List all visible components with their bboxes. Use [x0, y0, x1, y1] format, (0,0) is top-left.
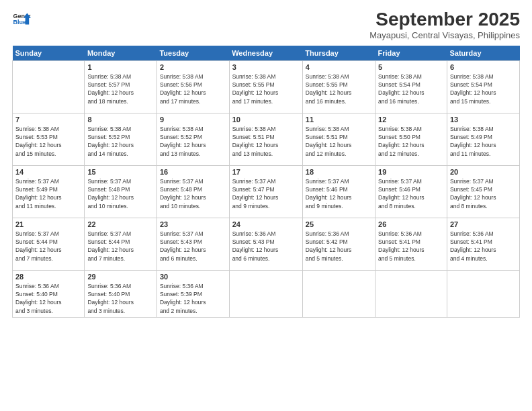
day-number: 21 [15, 220, 81, 228]
header: General Blue September 2025 Mayapusi, Ce… [12, 9, 520, 40]
day-number: 23 [160, 220, 226, 228]
table-row: 27Sunrise: 5:36 AM Sunset: 5:41 PM Dayli… [447, 218, 519, 270]
day-detail: Sunrise: 5:38 AM Sunset: 5:50 PM Dayligh… [378, 125, 444, 158]
col-monday: Monday [85, 46, 157, 61]
day-number: 16 [160, 168, 226, 176]
day-number: 27 [450, 220, 517, 228]
day-number: 14 [15, 168, 81, 176]
day-number: 2 [160, 63, 226, 71]
day-number: 10 [232, 116, 300, 124]
col-tuesday: Tuesday [157, 46, 229, 61]
table-row: 25Sunrise: 5:36 AM Sunset: 5:42 PM Dayli… [302, 218, 375, 270]
day-detail: Sunrise: 5:37 AM Sunset: 5:46 PM Dayligh… [378, 177, 444, 210]
day-number: 24 [232, 220, 300, 228]
table-row: 16Sunrise: 5:37 AM Sunset: 5:48 PM Dayli… [157, 165, 229, 218]
subtitle: Mayapusi, Central Visayas, Philippines [369, 30, 520, 40]
day-number: 29 [87, 273, 154, 281]
logo-icon: General Blue [12, 9, 31, 28]
day-number: 30 [160, 273, 226, 281]
table-row: 9Sunrise: 5:38 AM Sunset: 5:52 PM Daylig… [157, 113, 229, 165]
day-detail: Sunrise: 5:38 AM Sunset: 5:52 PM Dayligh… [87, 125, 154, 158]
day-detail: Sunrise: 5:38 AM Sunset: 5:54 PM Dayligh… [450, 73, 517, 105]
day-number: 28 [15, 273, 81, 281]
day-detail: Sunrise: 5:37 AM Sunset: 5:48 PM Dayligh… [87, 177, 154, 210]
day-number: 4 [306, 63, 372, 71]
day-number: 9 [160, 116, 226, 124]
col-saturday: Saturday [447, 46, 519, 61]
day-number: 8 [87, 116, 154, 124]
day-number: 12 [378, 116, 444, 124]
table-row: 19Sunrise: 5:37 AM Sunset: 5:46 PM Dayli… [375, 165, 447, 218]
table-row: 22Sunrise: 5:37 AM Sunset: 5:44 PM Dayli… [85, 218, 157, 270]
day-number: 5 [378, 63, 444, 71]
day-detail: Sunrise: 5:38 AM Sunset: 5:49 PM Dayligh… [450, 125, 517, 158]
table-row: 4Sunrise: 5:38 AM Sunset: 5:55 PM Daylig… [302, 60, 375, 113]
day-number: 3 [232, 63, 300, 71]
table-row: 28Sunrise: 5:36 AM Sunset: 5:40 PM Dayli… [13, 270, 85, 317]
table-row: 2Sunrise: 5:38 AM Sunset: 5:56 PM Daylig… [157, 60, 229, 113]
col-wednesday: Wednesday [229, 46, 302, 61]
table-row: 8Sunrise: 5:38 AM Sunset: 5:52 PM Daylig… [85, 113, 157, 165]
table-row: 17Sunrise: 5:37 AM Sunset: 5:47 PM Dayli… [229, 165, 302, 218]
day-detail: Sunrise: 5:36 AM Sunset: 5:42 PM Dayligh… [306, 230, 372, 263]
table-row: 30Sunrise: 5:36 AM Sunset: 5:39 PM Dayli… [157, 270, 229, 317]
table-row: 24Sunrise: 5:36 AM Sunset: 5:43 PM Dayli… [229, 218, 302, 270]
table-row: 15Sunrise: 5:37 AM Sunset: 5:48 PM Dayli… [85, 165, 157, 218]
table-row: 12Sunrise: 5:38 AM Sunset: 5:50 PM Dayli… [375, 113, 447, 165]
day-detail: Sunrise: 5:37 AM Sunset: 5:44 PM Dayligh… [87, 230, 154, 263]
day-detail: Sunrise: 5:38 AM Sunset: 5:53 PM Dayligh… [15, 125, 81, 158]
day-detail: Sunrise: 5:37 AM Sunset: 5:49 PM Dayligh… [15, 177, 81, 210]
day-number: 13 [450, 116, 517, 124]
day-detail: Sunrise: 5:38 AM Sunset: 5:54 PM Dayligh… [378, 73, 444, 105]
day-number: 1 [87, 63, 154, 71]
day-detail: Sunrise: 5:37 AM Sunset: 5:47 PM Dayligh… [232, 177, 300, 210]
day-number: 7 [15, 116, 81, 124]
day-detail: Sunrise: 5:37 AM Sunset: 5:44 PM Dayligh… [15, 230, 81, 263]
day-number: 20 [450, 168, 517, 176]
day-number: 22 [87, 220, 154, 228]
day-detail: Sunrise: 5:38 AM Sunset: 5:57 PM Dayligh… [87, 73, 154, 105]
table-row: 23Sunrise: 5:37 AM Sunset: 5:43 PM Dayli… [157, 218, 229, 270]
day-number: 17 [232, 168, 300, 176]
table-row: 1Sunrise: 5:38 AM Sunset: 5:57 PM Daylig… [85, 60, 157, 113]
table-row: 7Sunrise: 5:38 AM Sunset: 5:53 PM Daylig… [13, 113, 85, 165]
day-detail: Sunrise: 5:37 AM Sunset: 5:45 PM Dayligh… [450, 177, 517, 210]
table-row: 3Sunrise: 5:38 AM Sunset: 5:55 PM Daylig… [229, 60, 302, 113]
table-row: 13Sunrise: 5:38 AM Sunset: 5:49 PM Dayli… [447, 113, 519, 165]
day-detail: Sunrise: 5:38 AM Sunset: 5:51 PM Dayligh… [232, 125, 300, 158]
page: General Blue September 2025 Mayapusi, Ce… [0, 0, 532, 411]
table-row: 29Sunrise: 5:36 AM Sunset: 5:40 PM Dayli… [85, 270, 157, 317]
day-number: 26 [378, 220, 444, 228]
day-detail: Sunrise: 5:36 AM Sunset: 5:40 PM Dayligh… [87, 282, 154, 315]
day-number: 19 [378, 168, 444, 176]
day-number: 6 [450, 63, 517, 71]
title-block: September 2025 Mayapusi, Central Visayas… [369, 9, 520, 40]
table-row: 21Sunrise: 5:37 AM Sunset: 5:44 PM Dayli… [13, 218, 85, 270]
col-sunday: Sunday [13, 46, 85, 61]
day-detail: Sunrise: 5:36 AM Sunset: 5:41 PM Dayligh… [450, 230, 517, 263]
table-row: 14Sunrise: 5:37 AM Sunset: 5:49 PM Dayli… [13, 165, 85, 218]
table-row [447, 270, 519, 317]
day-number: 18 [306, 168, 372, 176]
day-detail: Sunrise: 5:36 AM Sunset: 5:40 PM Dayligh… [15, 282, 81, 315]
day-detail: Sunrise: 5:37 AM Sunset: 5:46 PM Dayligh… [306, 177, 372, 210]
day-detail: Sunrise: 5:36 AM Sunset: 5:41 PM Dayligh… [378, 230, 444, 263]
day-detail: Sunrise: 5:38 AM Sunset: 5:51 PM Dayligh… [306, 125, 372, 158]
table-row: 6Sunrise: 5:38 AM Sunset: 5:54 PM Daylig… [447, 60, 519, 113]
table-row [302, 270, 375, 317]
day-number: 15 [87, 168, 154, 176]
day-detail: Sunrise: 5:37 AM Sunset: 5:43 PM Dayligh… [160, 230, 226, 263]
table-row: 11Sunrise: 5:38 AM Sunset: 5:51 PM Dayli… [302, 113, 375, 165]
day-detail: Sunrise: 5:36 AM Sunset: 5:43 PM Dayligh… [232, 230, 300, 263]
day-number: 25 [306, 220, 372, 228]
table-row: 10Sunrise: 5:38 AM Sunset: 5:51 PM Dayli… [229, 113, 302, 165]
col-friday: Friday [375, 46, 447, 61]
col-thursday: Thursday [302, 46, 375, 61]
logo: General Blue [12, 9, 31, 28]
svg-text:Blue: Blue [13, 19, 26, 26]
day-detail: Sunrise: 5:37 AM Sunset: 5:48 PM Dayligh… [160, 177, 226, 210]
table-row [13, 60, 85, 113]
month-title: September 2025 [369, 9, 520, 30]
table-row: 26Sunrise: 5:36 AM Sunset: 5:41 PM Dayli… [375, 218, 447, 270]
calendar-table: Sunday Monday Tuesday Wednesday Thursday… [12, 46, 520, 318]
